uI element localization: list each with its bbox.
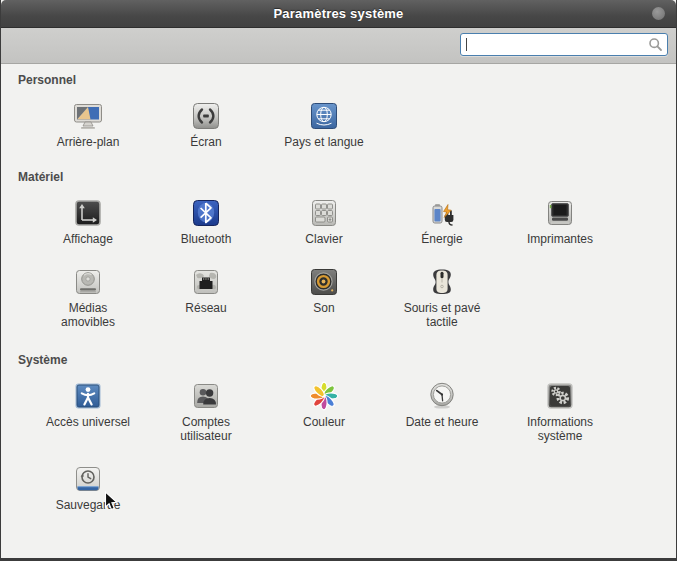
settings-item-affichage[interactable]: Affichage: [29, 197, 147, 246]
settings-item-pays-et-langue[interactable]: Pays et langue: [265, 100, 383, 149]
settings-item-informations-systeme[interactable]: Informations système: [501, 380, 619, 443]
bluetooth-icon: [190, 197, 222, 229]
sound-icon: [308, 266, 340, 298]
universal-access-icon: [72, 380, 104, 412]
item-label: Réseau: [185, 301, 226, 315]
search-field[interactable]: [460, 33, 668, 56]
section-personnel-grid: Arrière-plan Écran: [29, 100, 676, 149]
system-info-icon: [544, 380, 576, 412]
screen-icon: [190, 100, 222, 132]
background-icon: [72, 100, 104, 132]
item-label: Affichage: [63, 232, 113, 246]
settings-item-comptes-utilisateur[interactable]: Comptes utilisateur: [147, 380, 265, 443]
display-icon: [72, 197, 104, 229]
item-label: Informations système: [527, 415, 593, 443]
item-label: Bluetooth: [181, 232, 232, 246]
color-icon: [308, 380, 340, 412]
settings-item-medias-amovibles[interactable]: Médias amovibles: [29, 266, 147, 329]
settings-item-acces-universel[interactable]: Accès universel: [29, 380, 147, 443]
settings-item-souris-et-pave-tactile[interactable]: Souris et pavé tactile: [383, 266, 501, 329]
settings-item-ecran[interactable]: Écran: [147, 100, 265, 149]
item-label: Médias amovibles: [61, 301, 115, 329]
settings-item-energie[interactable]: Énergie: [383, 197, 501, 246]
settings-item-clavier[interactable]: Clavier: [265, 197, 383, 246]
section-title-personnel: Personnel: [18, 73, 676, 87]
search-input[interactable]: [461, 37, 648, 52]
section-title-materiel: Matériel: [18, 170, 676, 184]
backup-icon: [72, 463, 104, 495]
user-accounts-icon: [190, 380, 222, 412]
settings-item-reseau[interactable]: Réseau: [147, 266, 265, 329]
search-icon: [648, 37, 663, 52]
settings-item-couleur[interactable]: Couleur: [265, 380, 383, 443]
window-menu-button[interactable]: [652, 7, 665, 20]
text-caret: [466, 38, 467, 51]
mouse-touchpad-icon: [426, 266, 458, 298]
item-label: Imprimantes: [527, 232, 593, 246]
item-label: Comptes utilisateur: [180, 415, 231, 443]
toolbar: [1, 28, 676, 64]
settings-item-imprimantes[interactable]: Imprimantes: [501, 197, 619, 246]
item-label: Date et heure: [406, 415, 479, 429]
item-label: Énergie: [421, 232, 462, 246]
settings-item-date-et-heure[interactable]: Date et heure: [383, 380, 501, 443]
settings-item-son[interactable]: Son: [265, 266, 383, 329]
power-icon: [426, 197, 458, 229]
item-label: Arrière-plan: [57, 135, 120, 149]
window-title: Paramètres système: [273, 6, 403, 21]
item-label: Sauvegarde: [56, 498, 121, 512]
network-icon: [190, 266, 222, 298]
item-label: Pays et langue: [284, 135, 363, 149]
item-label: Son: [313, 301, 334, 315]
removable-media-icon: [72, 266, 104, 298]
settings-item-sauvegarde[interactable]: Sauvegarde: [29, 463, 147, 512]
item-label: Couleur: [303, 415, 345, 429]
region-language-icon: [308, 100, 340, 132]
section-title-systeme: Système: [18, 353, 676, 367]
item-label: Clavier: [305, 232, 342, 246]
printers-icon: [544, 197, 576, 229]
settings-item-bluetooth[interactable]: Bluetooth: [147, 197, 265, 246]
keyboard-icon: [308, 197, 340, 229]
item-label: Écran: [190, 135, 221, 149]
settings-window: Paramètres système Personnel: [0, 0, 677, 561]
section-systeme-grid: Accès universel Comptes utilisateur: [29, 380, 676, 512]
item-label: Accès universel: [46, 415, 130, 429]
section-materiel-grid: Affichage Bluetooth: [29, 197, 676, 329]
item-label: Souris et pavé tactile: [404, 301, 481, 329]
date-time-icon: [426, 380, 458, 412]
titlebar[interactable]: Paramètres système: [1, 0, 676, 28]
settings-item-arriere-plan[interactable]: Arrière-plan: [29, 100, 147, 149]
settings-panel: Personnel Arrière-plan: [1, 73, 676, 512]
